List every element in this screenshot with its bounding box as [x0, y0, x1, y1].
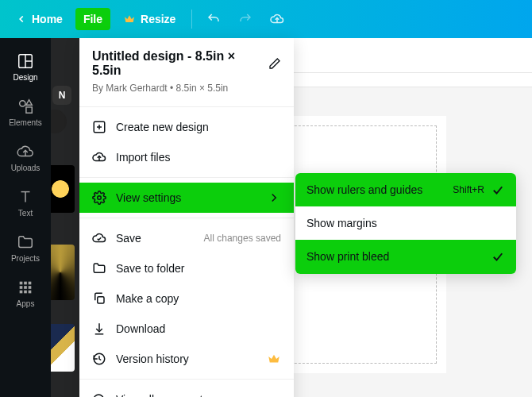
chevron-right-icon — [267, 191, 281, 205]
menu-create-new[interactable]: Create new design — [79, 112, 294, 142]
svg-rect-12 — [29, 282, 32, 285]
svg-point-4 — [20, 101, 25, 106]
redo-icon — [238, 12, 253, 26]
folder-icon — [92, 261, 106, 276]
rail-text[interactable]: Text — [0, 180, 51, 225]
history-icon — [92, 352, 106, 366]
svg-rect-13 — [20, 286, 23, 289]
rail-uploads[interactable]: Uploads — [0, 135, 51, 180]
submenu-label: Show print bleed — [306, 249, 491, 264]
svg-rect-11 — [24, 282, 27, 285]
shapes-icon — [17, 98, 34, 115]
cloud-sync-button[interactable] — [264, 7, 291, 31]
grid-icon — [17, 279, 34, 296]
undo-button[interactable] — [200, 7, 227, 31]
svg-rect-16 — [20, 291, 23, 294]
side-rail: Design Elements Uploads Text Projects Ap… — [0, 38, 51, 397]
menu-label: Create new design — [116, 121, 209, 133]
svg-rect-25 — [98, 297, 104, 303]
menu-label: View all comments — [116, 393, 208, 397]
rail-projects[interactable]: Projects — [0, 225, 51, 271]
submenu-show-margins[interactable]: Show margins — [295, 206, 516, 240]
submenu-label: Show rulers and guides — [306, 183, 453, 197]
thumb[interactable] — [51, 165, 75, 213]
check-icon — [491, 183, 505, 197]
crown-icon — [123, 13, 136, 25]
resize-button[interactable]: Resize — [115, 8, 183, 30]
topbar: Home File Resize — [0, 0, 532, 38]
separator — [79, 379, 294, 380]
svg-rect-5 — [26, 107, 32, 113]
thumb[interactable] — [51, 324, 75, 372]
chevron-left-icon — [16, 13, 27, 25]
rail-label: Design — [13, 73, 37, 82]
separator — [79, 106, 294, 107]
rail-design[interactable]: Design — [0, 44, 51, 90]
rail-label: Apps — [17, 299, 35, 308]
menu-view-comments[interactable]: View all comments — [79, 384, 294, 397]
file-menu: Untitled design - 8.5in × 5.5in By Mark … — [79, 38, 294, 397]
home-label: Home — [32, 13, 63, 25]
submenu-show-rulers[interactable]: Show rulers and guides Shift+R — [295, 173, 516, 206]
keyboard-shortcut: Shift+R — [453, 184, 484, 195]
save-status: All changes saved — [204, 233, 281, 244]
menu-label: Make a copy — [116, 292, 179, 305]
cloud-upload-icon — [17, 143, 34, 160]
design-subtitle: By Mark Gerhardt • 8.5in × 5.5in — [92, 83, 281, 94]
pencil-icon[interactable] — [268, 57, 281, 70]
file-menu-header: Untitled design - 8.5in × 5.5in By Mark … — [79, 38, 294, 102]
folder-icon — [17, 233, 34, 251]
menu-make-copy[interactable]: Make a copy — [79, 283, 294, 314]
download-icon — [92, 322, 106, 336]
undo-icon — [206, 12, 221, 26]
menu-label: Save — [116, 232, 141, 245]
divider — [191, 10, 192, 29]
submenu-show-bleed[interactable]: Show print bleed — [295, 240, 516, 273]
check-icon — [491, 249, 505, 264]
separator — [79, 218, 294, 218]
svg-rect-14 — [24, 286, 27, 289]
layout-icon — [17, 52, 34, 70]
svg-marker-6 — [26, 100, 32, 105]
rail-elements[interactable]: Elements — [0, 90, 51, 135]
menu-view-settings[interactable]: View settings — [79, 183, 294, 213]
menu-label: Download — [116, 322, 165, 335]
svg-rect-17 — [24, 291, 27, 294]
text-icon — [17, 188, 34, 206]
redo-button[interactable] — [232, 7, 259, 31]
cloud-check-icon — [92, 231, 106, 245]
menu-label: View settings — [116, 191, 181, 204]
svg-rect-10 — [20, 282, 23, 285]
rail-label: Uploads — [11, 164, 40, 172]
thumb[interactable] — [51, 245, 75, 300]
gear-icon — [92, 191, 106, 205]
design-title: Untitled design - 8.5in × 5.5in — [92, 49, 262, 78]
plus-square-icon — [92, 120, 106, 134]
separator — [79, 177, 294, 178]
menu-save-folder[interactable]: Save to folder — [79, 253, 294, 283]
menu-label: Save to folder — [116, 262, 184, 275]
menu-version-history[interactable]: Version history — [79, 344, 294, 374]
submenu-label: Show margins — [306, 216, 505, 230]
menu-import[interactable]: Import files — [79, 142, 294, 172]
svg-point-24 — [98, 196, 102, 200]
crown-icon — [267, 352, 281, 366]
cloud-upload-icon — [92, 150, 106, 164]
view-settings-submenu: Show rulers and guides Shift+R Show marg… — [295, 173, 516, 274]
thumb[interactable] — [51, 110, 67, 133]
cloud-icon — [270, 12, 284, 26]
templates-panel: N — [51, 38, 79, 397]
rail-label: Projects — [11, 254, 40, 263]
home-button[interactable]: Home — [8, 8, 71, 30]
resize-label: Resize — [141, 13, 175, 25]
rail-apps[interactable]: Apps — [0, 271, 51, 316]
comment-icon — [92, 392, 106, 397]
thumb[interactable]: N — [52, 86, 71, 105]
file-button[interactable]: File — [75, 8, 110, 30]
copy-icon — [92, 291, 106, 306]
menu-download[interactable]: Download — [79, 314, 294, 344]
svg-rect-15 — [29, 286, 32, 289]
menu-label: Version history — [116, 353, 189, 365]
menu-save[interactable]: Save All changes saved — [79, 223, 294, 253]
menu-label: Import files — [116, 151, 170, 164]
